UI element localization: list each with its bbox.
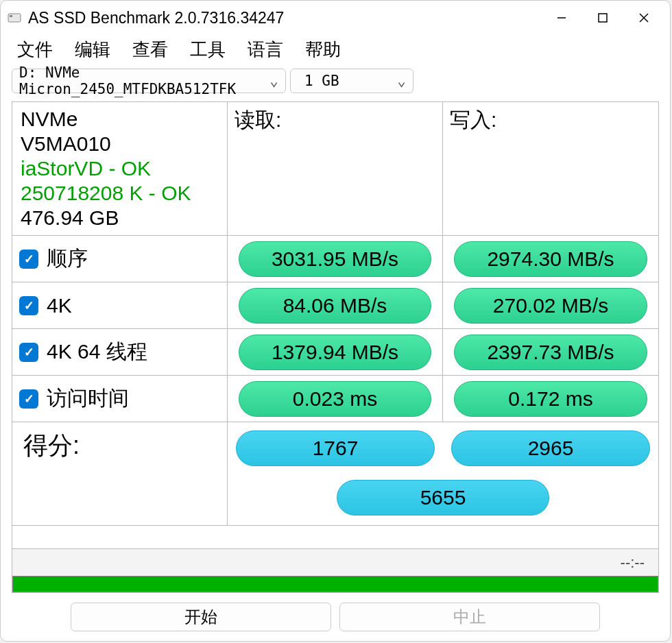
chevron-down-icon: ⌄: [397, 73, 406, 89]
info-line: NVMe: [21, 108, 77, 131]
test-access-label-cell: ✓ 访问时间: [12, 376, 228, 422]
seq-write-result: 2974.30 MB/s: [454, 241, 647, 277]
seq-checkbox[interactable]: ✓: [19, 250, 38, 269]
4k64-write-result: 2397.73 MB/s: [454, 335, 647, 370]
app-icon: [6, 10, 23, 26]
4k64-checkbox[interactable]: ✓: [19, 343, 38, 362]
menu-help[interactable]: 帮助: [305, 38, 341, 62]
chevron-down-icon: ⌄: [269, 73, 278, 89]
progress-bar: [12, 576, 658, 592]
4k-read-result: 84.06 MB/s: [239, 288, 431, 324]
menubar: 文件 编辑 查看 工具 语言 帮助: [1, 35, 670, 69]
access-read-result: 0.023 ms: [239, 381, 431, 417]
window-title: AS SSD Benchmark 2.0.7316.34247: [28, 9, 541, 27]
close-button[interactable]: [623, 4, 664, 32]
info-driver-status: iaStorVD - OK: [21, 157, 151, 180]
seq-label: 顺序: [47, 245, 88, 273]
score-total: 5655: [337, 480, 549, 515]
test-size-select[interactable]: 1 GB ⌄: [290, 69, 413, 93]
drive-info: NVMe V5MA010 iaStorVD - OK 250718208 K -…: [12, 102, 228, 236]
minimize-button[interactable]: [541, 4, 582, 32]
access-write-result: 0.172 ms: [454, 381, 647, 417]
4k-checkbox[interactable]: ✓: [19, 296, 38, 315]
status-bar: --:--: [12, 548, 658, 576]
test-seq-label-cell: ✓ 顺序: [12, 236, 228, 282]
menu-language[interactable]: 语言: [248, 38, 283, 62]
titlebar: AS SSD Benchmark 2.0.7316.34247: [1, 1, 670, 35]
status-time: --:--: [621, 554, 645, 572]
svg-rect-1: [10, 15, 12, 17]
menu-file[interactable]: 文件: [17, 38, 53, 62]
info-capacity: 476.94 GB: [21, 206, 119, 230]
svg-rect-3: [599, 14, 607, 22]
test-4k64-label-cell: ✓ 4K 64 线程: [12, 329, 228, 376]
maximize-button[interactable]: [582, 4, 623, 32]
start-button[interactable]: 开始: [71, 603, 331, 631]
svg-rect-0: [8, 14, 21, 22]
info-line: V5MA010: [21, 132, 111, 156]
test-4k-label-cell: ✓ 4K: [12, 282, 228, 329]
read-header: 读取:: [228, 102, 443, 236]
4k64-read-result: 1379.94 MB/s: [239, 335, 431, 370]
score-write: 2965: [451, 430, 650, 466]
stop-button[interactable]: 中止: [339, 603, 600, 631]
4k64-label: 4K 64 线程: [47, 338, 147, 366]
access-label: 访问时间: [47, 385, 129, 413]
test-size-value: 1 GB: [304, 73, 339, 89]
access-checkbox[interactable]: ✓: [19, 389, 38, 409]
4k-label: 4K: [47, 294, 72, 317]
score-read: 1767: [236, 430, 435, 466]
menu-tools[interactable]: 工具: [190, 38, 226, 62]
drive-select-value: D: NVMe Micron_2450_MTFDKBA512TFK: [19, 64, 261, 97]
menu-edit[interactable]: 编辑: [75, 38, 110, 62]
menu-view[interactable]: 查看: [132, 38, 168, 62]
score-label: 得分:: [12, 422, 228, 525]
write-header: 写入:: [443, 102, 658, 236]
info-alignment-status: 250718208 K - OK: [21, 182, 191, 205]
4k-write-result: 270.02 MB/s: [454, 288, 647, 324]
drive-select[interactable]: D: NVMe Micron_2450_MTFDKBA512TFK ⌄: [12, 69, 286, 93]
seq-read-result: 3031.95 MB/s: [239, 241, 431, 277]
